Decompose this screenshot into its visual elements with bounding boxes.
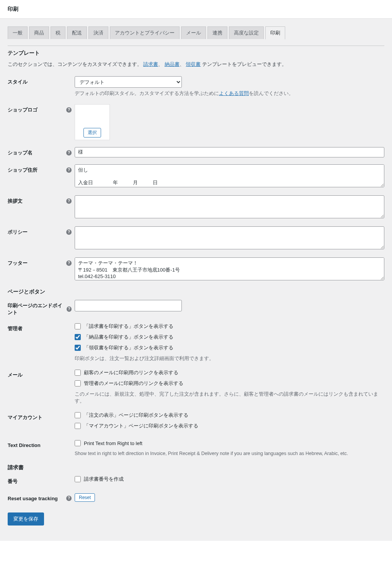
textdir-checkbox[interactable] [75, 440, 81, 446]
help-icon[interactable]: ? [66, 260, 72, 266]
mail-admin-text: 管理者のメールに印刷用のリンクを表示する [84, 380, 183, 387]
footer-label: フッター [8, 260, 28, 267]
help-icon[interactable]: ? [66, 198, 72, 204]
tab-bar: 一般 商品 税 配送 決済 アカウントとプライバシー メール 連携 高度な設定 … [8, 26, 384, 39]
admin-label: 管理者 [8, 325, 23, 332]
style-label: スタイル [8, 79, 28, 85]
logo-label: ショップロゴ [8, 106, 38, 113]
shopaddress-textarea[interactable]: 但し 入金日 年 月 日 [75, 164, 384, 187]
policy-label: ポリシー [8, 229, 28, 236]
style-select[interactable]: デフォルト [75, 76, 182, 88]
admin-invoice-text: 「請求書を印刷する」ボタンを表示する [84, 323, 173, 330]
tab-account-privacy[interactable]: アカウントとプライバシー [110, 26, 180, 39]
tab-products[interactable]: 商品 [29, 26, 49, 39]
tab-advanced[interactable]: 高度な設定 [229, 26, 264, 39]
reset-button[interactable]: Reset [75, 493, 95, 502]
admin-delivery-text: 「納品書を印刷する」ボタンを表示する [84, 334, 173, 341]
tab-integration[interactable]: 連携 [207, 26, 227, 39]
tab-print[interactable]: 印刷 [265, 26, 285, 39]
preview-invoice-link[interactable]: 請求書 [143, 62, 158, 67]
mail-label: メール [8, 372, 23, 378]
tab-checkout[interactable]: 決済 [88, 26, 108, 39]
endpoint-label: 印刷ページのエンドポイント [8, 302, 67, 316]
tab-shipping[interactable]: 配送 [67, 26, 87, 39]
textdir-help: Show text in right to left direction in … [75, 450, 384, 457]
preview-receipt-link[interactable]: 領収書 [186, 62, 201, 67]
admin-delivery-checkbox[interactable] [75, 334, 81, 340]
invoice-no-label: 番号 [8, 478, 18, 485]
faq-link[interactable]: よくある質問 [219, 91, 249, 96]
shopaddress-label: ショップ住所 [8, 167, 38, 174]
preview-delivery-link[interactable]: 納品書 [165, 62, 180, 67]
admin-invoice-checkbox[interactable] [75, 323, 81, 329]
reset-label: Reset usage tracking [8, 496, 58, 501]
help-icon[interactable]: ? [66, 150, 72, 156]
shopname-input[interactable] [75, 147, 384, 157]
invoice-no-text: 請求書番号を作成 [84, 476, 124, 483]
help-icon[interactable]: ? [67, 306, 72, 312]
myaccount-page-text: 「マイアカウント」ページに印刷ボタンを表示する [84, 422, 198, 429]
textdir-label: Text Direction [8, 442, 41, 448]
mail-customer-text: 顧客のメールに印刷用のリンクを表示する [84, 369, 178, 376]
greeting-textarea[interactable] [75, 195, 384, 218]
tab-tax[interactable]: 税 [51, 26, 65, 39]
mail-help: このメールには、新規注文、処理中、完了した注文が含まれます。さらに、顧客と管理者… [75, 391, 384, 405]
policy-textarea[interactable] [75, 226, 384, 249]
intro-text-pre: このセクションでは、コンテンツをカスタマイズできます。 [8, 62, 142, 67]
myaccount-page-checkbox[interactable] [75, 423, 81, 429]
section-invoice-heading: 請求書 [8, 464, 384, 471]
style-help: デフォルトの印刷スタイル。カスタマイズする方法を学ぶためによくある質問を読んでく… [75, 90, 384, 97]
save-button[interactable]: 変更を保存 [8, 512, 44, 526]
admin-help: 印刷ボタンは、注文一覧および注文詳細画面で利用できます。 [75, 355, 384, 362]
tab-general[interactable]: 一般 [8, 26, 28, 39]
myaccount-orderview-checkbox[interactable] [75, 412, 81, 418]
logo-select-button[interactable]: 選択 [83, 128, 101, 138]
mail-admin-checkbox[interactable] [75, 380, 81, 386]
admin-receipt-text: 「領収書を印刷する」ボタンを表示する [84, 344, 173, 351]
help-icon[interactable]: ? [66, 167, 72, 173]
footer-textarea[interactable]: テーマ・テーマ・テーマ！ 〒192－8501 東京都八王子市地底100番-1号 … [75, 257, 384, 280]
logo-preview [77, 107, 107, 128]
greeting-label: 挨拶文 [8, 198, 23, 205]
page-title: 印刷 [8, 6, 384, 13]
mail-customer-checkbox[interactable] [75, 370, 81, 376]
section-pages-heading: ページとボタン [8, 288, 384, 295]
help-icon[interactable]: ? [66, 107, 72, 113]
intro-text-post: テンプレートをプレビューできます。 [202, 62, 287, 67]
myaccount-orderview-text: 「注文の表示」ページに印刷ボタンを表示する [84, 412, 188, 419]
shopname-label: ショップ名 [8, 149, 33, 156]
template-intro: このセクションでは、コンテンツをカスタマイズできます。 請求書、 納品書、 領収… [8, 61, 384, 68]
logo-box: 選択 [75, 104, 110, 140]
myaccount-label: マイアカウント [8, 414, 42, 421]
admin-receipt-checkbox[interactable] [75, 345, 81, 351]
section-template-heading: テンプレート [8, 50, 384, 57]
endpoint-input[interactable] [75, 300, 182, 311]
textdir-text: Print Text from Right to left [84, 440, 142, 446]
tab-email[interactable]: メール [181, 26, 206, 39]
help-icon[interactable]: ? [66, 229, 72, 235]
help-icon[interactable]: ? [66, 496, 72, 501]
invoice-no-checkbox[interactable] [75, 476, 81, 482]
